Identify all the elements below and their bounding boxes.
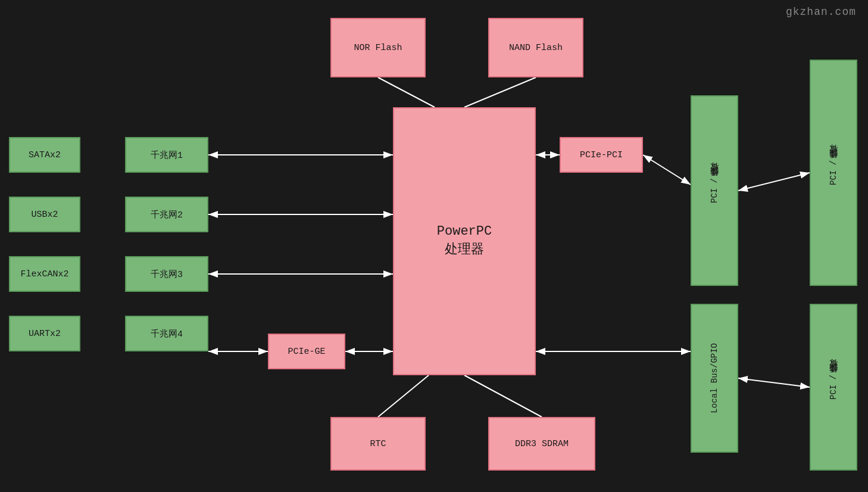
pci-far-bottom-box: PCI 接插件/背板 [810, 304, 857, 471]
svg-line-3 [464, 77, 536, 107]
rtc-box: RTC [330, 417, 426, 471]
cpu-box: PowerPC 处理器 [393, 107, 536, 375]
pcie-ge-box: PCIe-GE [268, 334, 345, 369]
flexcanx2-box: FlexCANx2 [9, 256, 80, 292]
qian3-box: 千兆网3 [125, 256, 208, 292]
watermark: gkzhan.com [786, 6, 856, 18]
nand-flash-box: NAND Flash [488, 18, 583, 77]
local-bus-box: Local Bus/GPIO [691, 304, 738, 453]
cpu-label-line1: PowerPC [437, 223, 492, 241]
pci-far-top-box: PCI 接插件/背板 [810, 60, 857, 286]
qian2-box: 千兆网2 [125, 197, 208, 232]
pcie-pci-box: PCIe-PCI [560, 137, 643, 173]
ddr3-box: DDR3 SDRAM [488, 417, 595, 471]
svg-line-5 [464, 375, 542, 417]
cpu-label-line2: 处理器 [437, 241, 492, 260]
svg-line-12 [643, 155, 691, 185]
svg-line-4 [378, 375, 429, 417]
pci-right-top-box: PCI 接插件/背板 [691, 95, 738, 286]
svg-line-15 [738, 378, 810, 387]
nor-flash-box: NOR Flash [330, 18, 426, 77]
qian1-box: 千兆网1 [125, 137, 208, 173]
svg-line-2 [378, 77, 435, 107]
svg-line-14 [738, 173, 810, 191]
usbx2-box: USBx2 [9, 197, 80, 232]
qian4-box: 千兆网4 [125, 316, 208, 351]
satax2-box: SATAx2 [9, 137, 80, 173]
uartx2-box: UARTx2 [9, 316, 80, 351]
